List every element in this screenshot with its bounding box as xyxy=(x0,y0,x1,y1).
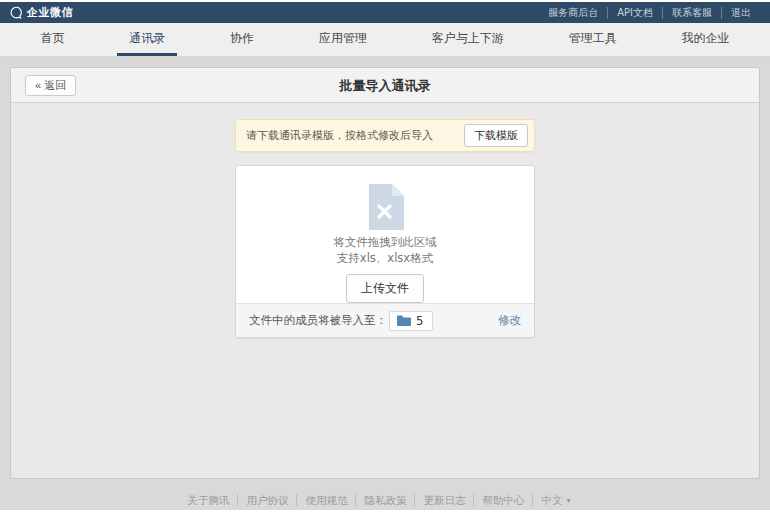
template-notice-text: 请下载通讯录模版，按格式修改后导入 xyxy=(246,128,433,143)
topbar-links: 服务商后台 API文档 联系客服 退出 xyxy=(539,7,760,19)
modify-target-link[interactable]: 修改 xyxy=(498,313,521,328)
site-footer: 关于腾讯 用户协议 使用规范 隐私政策 更新日志 帮助中心 中文 ▾ xyxy=(0,489,750,508)
department-box[interactable]: 5 xyxy=(389,311,433,331)
tab-collaboration[interactable]: 协作 xyxy=(218,23,266,56)
content-container: « 返回 批量导入通讯录 请下载通讯录模版，按格式修改后导入 下载模版 xyxy=(10,67,760,479)
topbar: 企业微信 服务商后台 API文档 联系客服 退出 xyxy=(0,2,770,23)
topbar-link-contact-support[interactable]: 联系客服 xyxy=(662,7,721,19)
language-dropdown-arrow[interactable]: ▾ xyxy=(566,496,570,505)
footer-link-usage-rules[interactable]: 使用规范 xyxy=(296,494,355,506)
brand-name: 企业微信 xyxy=(27,5,73,20)
tab-contacts[interactable]: 通讯录 xyxy=(117,23,177,56)
topbar-link-api-docs[interactable]: API文档 xyxy=(607,7,662,19)
department-value: 5 xyxy=(416,314,423,328)
bottom-margin xyxy=(0,510,770,518)
upload-card: 将文件拖拽到此区域 支持xls、xlsx格式 上传文件 文件中的成员将被导入至：… xyxy=(235,165,535,338)
footer-link-user-agreement[interactable]: 用户协议 xyxy=(237,494,296,506)
footer-link-changelog[interactable]: 更新日志 xyxy=(414,494,473,506)
tab-home[interactable]: 首页 xyxy=(28,23,76,56)
footer-link-help-center[interactable]: 帮助中心 xyxy=(473,494,532,506)
excel-file-icon xyxy=(366,184,404,230)
back-button[interactable]: « 返回 xyxy=(25,75,76,96)
tab-customers[interactable]: 客户与上下游 xyxy=(420,23,516,56)
footer-link-privacy-policy[interactable]: 隐私政策 xyxy=(355,494,414,506)
topbar-link-logout[interactable]: 退出 xyxy=(721,7,760,19)
folder-icon xyxy=(397,315,411,326)
drag-hint: 将文件拖拽到此区域 xyxy=(236,234,534,250)
page-title: 批量导入通讯录 xyxy=(11,68,759,103)
footer-link-about-tencent[interactable]: 关于腾讯 xyxy=(179,494,237,506)
page: 企业微信 服务商后台 API文档 联系客服 退出 首页 通讯录 协作 应用管理 … xyxy=(0,0,770,518)
template-notice: 请下载通讯录模版，按格式修改后导入 下载模版 xyxy=(235,119,535,152)
wecom-logo-icon xyxy=(10,6,23,19)
file-dropzone[interactable]: 将文件拖拽到此区域 支持xls、xlsx格式 上传文件 xyxy=(236,166,534,303)
import-target-bar: 文件中的成员将被导入至： 5 修改 xyxy=(236,303,534,337)
tab-app-management[interactable]: 应用管理 xyxy=(307,23,379,56)
brand: 企业微信 xyxy=(10,5,73,20)
import-target-label: 文件中的成员将被导入至： xyxy=(249,313,387,328)
tab-admin-tools[interactable]: 管理工具 xyxy=(557,23,629,56)
tab-my-enterprise[interactable]: 我的企业 xyxy=(669,23,741,56)
download-template-button[interactable]: 下载模版 xyxy=(464,124,528,147)
topbar-link-provider-console[interactable]: 服务商后台 xyxy=(539,7,607,19)
page-header-strip: « 返回 批量导入通讯录 xyxy=(11,68,759,103)
import-widget: 请下载通讯录模版，按格式修改后导入 下载模版 将文件拖拽到此区域 支持xls、x… xyxy=(235,119,535,338)
language-selector[interactable]: 中文 xyxy=(532,494,570,506)
page-canvas: « 返回 批量导入通讯录 请下载通讯录模版，按格式修改后导入 下载模版 xyxy=(0,57,770,510)
nav-tabbar: 首页 通讯录 协作 应用管理 客户与上下游 管理工具 我的企业 xyxy=(0,23,770,57)
format-hint: 支持xls、xlsx格式 xyxy=(236,250,534,266)
upload-file-button[interactable]: 上传文件 xyxy=(346,274,424,303)
